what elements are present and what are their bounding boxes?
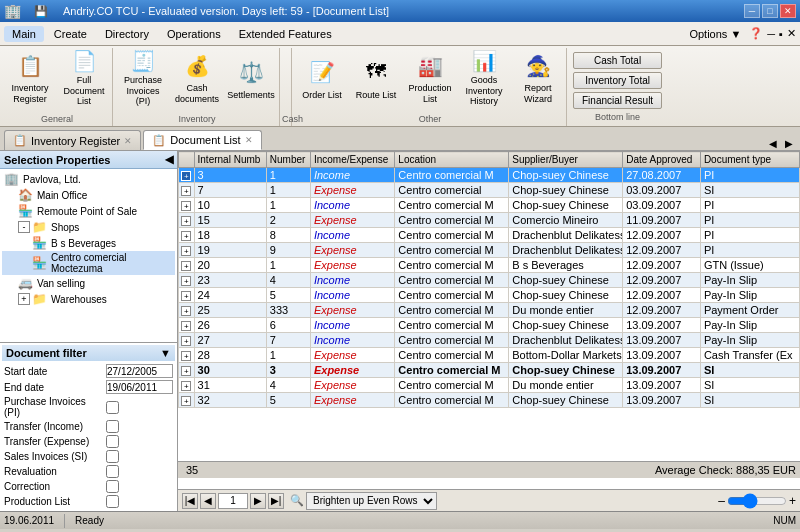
filter-ti-checkbox[interactable] xyxy=(106,420,119,433)
menu-options[interactable]: Options ▼ ❓ ─ ▪ ✕ xyxy=(689,27,796,40)
tree-item-warehouses[interactable]: + 📁 Warehouses xyxy=(2,291,175,307)
tree-expand-shops[interactable]: - xyxy=(18,221,30,233)
menu-main[interactable]: Main xyxy=(4,26,44,42)
toolbar-quick-save[interactable]: 💾 xyxy=(25,0,57,27)
first-page-btn[interactable]: |◀ xyxy=(182,493,198,509)
cell-expand[interactable]: + xyxy=(179,333,195,348)
tree-item-remoute-pos[interactable]: 🏪 Remoute Point of Sale xyxy=(2,203,175,219)
tab-document-list-close[interactable]: ✕ xyxy=(245,135,253,145)
report-wizard-btn[interactable]: 🧙 Report Wizard xyxy=(512,48,564,108)
order-list-btn[interactable]: 📝 Order List xyxy=(296,48,348,108)
col-internal-num[interactable]: Internal Numb xyxy=(194,152,266,168)
filter-pi-checkbox[interactable] xyxy=(106,401,119,414)
full-document-list-btn[interactable]: 📄 Full Document List xyxy=(58,48,110,108)
filter-corr-checkbox[interactable] xyxy=(106,480,119,493)
zoom-plus-btn[interactable]: + xyxy=(789,494,796,508)
route-list-btn[interactable]: 🗺 Route List xyxy=(350,48,402,108)
last-page-btn[interactable]: ▶| xyxy=(268,493,284,509)
tab-prev-btn[interactable]: ◀ xyxy=(766,136,780,150)
maximize-button[interactable]: □ xyxy=(762,4,778,18)
cash-total-btn[interactable]: Cash Total xyxy=(573,52,662,69)
table-row[interactable]: + 27 7 Income Centro comercial M Drachen… xyxy=(179,333,800,348)
tree-item-centro-comercial[interactable]: 🏪 Centro comercial Moctezuma xyxy=(2,251,175,275)
cell-expand[interactable]: + xyxy=(179,363,195,378)
window-close-btn[interactable]: ✕ xyxy=(787,27,796,40)
options-btn[interactable]: Options ▼ xyxy=(689,28,741,40)
filter-rev-checkbox[interactable] xyxy=(106,465,119,478)
settlements-btn[interactable]: ⚖️ Settlements xyxy=(225,48,277,108)
help-btn[interactable]: ❓ xyxy=(749,27,763,40)
table-row[interactable]: + 19 9 Expense Centro comercial M Drache… xyxy=(179,243,800,258)
tab-inventory-register-close[interactable]: ✕ xyxy=(124,136,132,146)
tree-area[interactable]: 🏢 Pavlova, Ltd. 🏠 Main Office 🏪 Remoute … xyxy=(0,169,177,342)
financial-result-btn[interactable]: Financial Result xyxy=(573,92,662,109)
inventory-total-btn[interactable]: Inventory Total xyxy=(573,72,662,89)
table-row[interactable]: + 24 5 Income Centro comercial M Chop-su… xyxy=(179,288,800,303)
table-row[interactable]: + 20 1 Expense Centro comercial M B s Be… xyxy=(179,258,800,273)
cell-expand[interactable]: + xyxy=(179,243,195,258)
zoom-slider[interactable] xyxy=(727,495,787,507)
col-supplier-buyer[interactable]: Supplier/Buyer xyxy=(509,152,623,168)
table-row[interactable]: + 28 1 Expense Centro comercial M Bottom… xyxy=(179,348,800,363)
filter-end-date-input[interactable] xyxy=(106,380,173,394)
prev-page-btn[interactable]: ◀ xyxy=(200,493,216,509)
purchase-invoices-btn[interactable]: 🧾 Purchase Invoices (PI) xyxy=(117,48,169,108)
table-scroll[interactable]: Internal Numb Number Income/Expense Loca… xyxy=(178,151,800,461)
filter-collapse-icon[interactable]: ▼ xyxy=(160,347,171,359)
table-row[interactable]: + 32 5 Expense Centro comercial M Chop-s… xyxy=(179,393,800,408)
cash-documents-btn[interactable]: 💰 Cash documents xyxy=(171,48,223,108)
zoom-minus-btn[interactable]: – xyxy=(718,494,725,508)
cell-expand[interactable]: + xyxy=(179,168,195,183)
tree-item-van-selling[interactable]: 🚐 Van selling xyxy=(2,275,175,291)
tab-document-list[interactable]: 📋 Document List ✕ xyxy=(143,130,261,150)
table-row[interactable]: + 23 4 Income Centro comercial M Chop-su… xyxy=(179,273,800,288)
table-row[interactable]: + 15 2 Expense Centro comercial M Comerc… xyxy=(179,213,800,228)
col-location[interactable]: Location xyxy=(395,152,509,168)
filter-icon[interactable]: 🔍 xyxy=(290,494,304,507)
minimize-button[interactable]: ─ xyxy=(744,4,760,18)
inventory-register-btn[interactable]: 📋 Inventory Register xyxy=(4,48,56,108)
close-button[interactable]: ✕ xyxy=(780,4,796,18)
cell-expand[interactable]: + xyxy=(179,318,195,333)
col-doc-type[interactable]: Document type xyxy=(700,152,799,168)
col-date-approved[interactable]: Date Approved xyxy=(623,152,701,168)
cell-expand[interactable]: + xyxy=(179,228,195,243)
cell-expand[interactable]: + xyxy=(179,348,195,363)
filter-te-checkbox[interactable] xyxy=(106,435,119,448)
table-row[interactable]: + 26 6 Income Centro comercial M Chop-su… xyxy=(179,318,800,333)
page-number-input[interactable] xyxy=(218,493,248,509)
menu-directory[interactable]: Directory xyxy=(97,26,157,42)
cell-expand[interactable]: + xyxy=(179,393,195,408)
cell-expand[interactable]: + xyxy=(179,258,195,273)
cell-expand[interactable]: + xyxy=(179,303,195,318)
cell-expand[interactable]: + xyxy=(179,213,195,228)
filter-pl-checkbox[interactable] xyxy=(106,495,119,508)
col-number[interactable]: Number xyxy=(266,152,310,168)
tree-item-shops[interactable]: - 📁 Shops xyxy=(2,219,175,235)
cell-expand[interactable]: + xyxy=(179,273,195,288)
row-filter-select[interactable]: Brighten up Even Rows No filter Highligh… xyxy=(306,492,437,510)
cell-expand[interactable]: + xyxy=(179,183,195,198)
table-row[interactable]: + 7 1 Expense Centro comercial Chop-suey… xyxy=(179,183,800,198)
table-row[interactable]: + 10 1 Income Centro comercial M Chop-su… xyxy=(179,198,800,213)
menu-operations[interactable]: Operations xyxy=(159,26,229,42)
panel-collapse-btn[interactable]: ◀ xyxy=(165,153,173,166)
tab-next-btn[interactable]: ▶ xyxy=(782,136,796,150)
cell-expand[interactable]: + xyxy=(179,198,195,213)
goods-inventory-history-btn[interactable]: 📊 Goods Inventory History xyxy=(458,48,510,108)
tree-item-bs-beverages[interactable]: 🏪 B s Beverages xyxy=(2,235,175,251)
cell-expand[interactable]: + xyxy=(179,288,195,303)
next-page-btn[interactable]: ▶ xyxy=(250,493,266,509)
tab-inventory-register[interactable]: 📋 Inventory Register ✕ xyxy=(4,130,141,150)
col-income-expense[interactable]: Income/Expense xyxy=(310,152,394,168)
table-row[interactable]: + 25 333 Expense Centro comercial M Du m… xyxy=(179,303,800,318)
window-restore-btn[interactable]: ▪ xyxy=(779,28,783,40)
window-min-btn[interactable]: ─ xyxy=(767,28,775,40)
menu-create[interactable]: Create xyxy=(46,26,95,42)
filter-start-date-input[interactable] xyxy=(106,364,173,378)
cell-expand[interactable]: + xyxy=(179,378,195,393)
table-row[interactable]: + 30 3 Expense Centro comercial M Chop-s… xyxy=(179,363,800,378)
table-row[interactable]: + 31 4 Expense Centro comercial M Du mon… xyxy=(179,378,800,393)
menu-extended[interactable]: Extended Features xyxy=(231,26,340,42)
production-list-btn[interactable]: 🏭 Production List xyxy=(404,48,456,108)
